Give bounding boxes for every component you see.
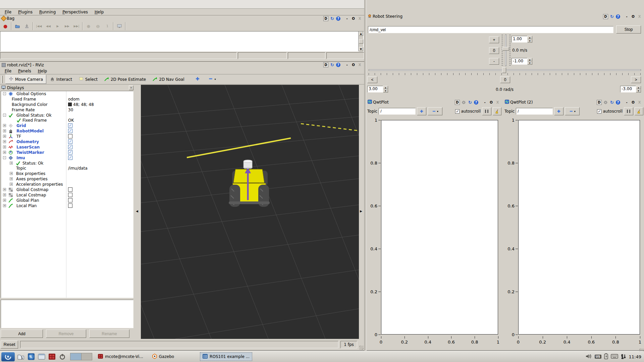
close-button[interactable]: X — [495, 100, 500, 105]
close-button[interactable]: X — [357, 16, 362, 21]
reload-icon[interactable]: ↻ — [468, 100, 473, 105]
tool-2d-pose-estimate[interactable]: 2D Pose Estimate — [101, 75, 149, 83]
tree-row-fixed-frame[interactable]: Fixed FrameOK — [1, 118, 133, 123]
skip-to-start-button[interactable]: |◀◀ — [35, 22, 43, 31]
tree-row-local-plan[interactable]: +Local Plan — [1, 203, 133, 208]
maximize-button[interactable]: O — [631, 100, 636, 105]
workspace-pager[interactable] — [70, 353, 92, 360]
autoscroll-checkbox[interactable]: ✓ — [455, 109, 460, 114]
menu-file[interactable]: File — [2, 9, 14, 15]
dock-button[interactable]: D — [455, 100, 460, 105]
plot-canvas[interactable] — [518, 120, 640, 335]
scroll-up-icon[interactable]: ▲ — [359, 32, 363, 36]
collapse-right-icon[interactable]: ▶ — [360, 209, 362, 213]
reset-button[interactable]: Reset — [1, 341, 18, 349]
minimize-button[interactable]: - — [344, 62, 350, 67]
tool-2d-nav-goal[interactable]: 2D Nav Goal — [150, 75, 187, 83]
minimize-button[interactable]: - — [624, 14, 629, 19]
file-manager-icon[interactable] — [16, 352, 25, 361]
help-icon[interactable]: ? — [474, 100, 478, 105]
tree-row-grid[interactable]: +Grid✓ — [1, 123, 133, 128]
expander-icon[interactable]: + — [10, 183, 13, 186]
expander-icon[interactable]: + — [3, 188, 6, 191]
visibility-checkbox[interactable] — [68, 187, 72, 192]
task-button-1[interactable]: mcote@mcote-Vi... — [96, 352, 146, 361]
clear-button[interactable] — [635, 107, 643, 115]
rviz-resize-grip[interactable] — [359, 346, 364, 350]
keyboard-layout-badge[interactable]: US — [595, 355, 601, 359]
topic-input[interactable] — [516, 108, 553, 115]
expander-icon[interactable]: + — [3, 151, 6, 154]
main-vertical-splitter[interactable] — [364, 0, 367, 351]
menu-perspectives[interactable]: Perspectives — [60, 9, 91, 15]
expander-icon[interactable]: + — [10, 162, 13, 165]
open-bag-button[interactable] — [13, 22, 22, 31]
menu-help[interactable]: Help — [92, 9, 106, 15]
steering-topic-input[interactable] — [368, 26, 613, 33]
angular-slider-handle[interactable] — [502, 67, 506, 73]
dock-button[interactable]: D — [597, 100, 602, 105]
expander-icon[interactable]: + — [3, 129, 6, 132]
add-topic-button[interactable] — [554, 107, 564, 115]
maximize-button[interactable]: O — [489, 100, 494, 105]
power-icon[interactable] — [58, 352, 67, 361]
remove-button[interactable]: Remove — [46, 329, 86, 338]
dock-button[interactable]: D — [323, 16, 328, 21]
toolbar-grip[interactable] — [1, 76, 3, 83]
volume-icon[interactable] — [585, 354, 592, 360]
expander-icon[interactable]: + — [10, 172, 13, 175]
zoom-out-button[interactable]: ⊖ — [94, 22, 102, 31]
bag-timeline-scrollbar[interactable]: ▲ ▼ — [358, 32, 363, 51]
topic-input[interactable] — [379, 108, 416, 115]
scroll-thumb[interactable] — [359, 39, 363, 44]
skip-to-end-button[interactable]: ▶▶| — [72, 22, 81, 31]
visibility-checkbox[interactable] — [68, 134, 72, 138]
angular-left-button[interactable]: < — [367, 76, 377, 83]
linear-zero-button[interactable]: 0 — [489, 47, 499, 54]
expander-icon[interactable]: + — [10, 177, 13, 180]
angular-zero-button[interactable]: 0 — [500, 76, 510, 83]
visibility-checkbox[interactable]: ✓ — [68, 150, 72, 155]
tree-row-global-options[interactable]: -Global Options — [1, 91, 133, 97]
reload-icon[interactable]: ↻ — [330, 62, 335, 67]
rviz-menu-file[interactable]: File — [2, 68, 14, 74]
collapse-left-icon[interactable]: ◀ — [136, 209, 138, 213]
window-resize-grip[interactable] — [639, 349, 644, 351]
visibility-checkbox[interactable]: ✓ — [68, 129, 72, 133]
close-button[interactable]: X — [637, 100, 642, 105]
angular-max-spinbox[interactable]: 3.00▲▼ — [367, 86, 388, 93]
tree-row-topic[interactable]: Topic/imu/data — [1, 166, 133, 171]
add-topic-button[interactable] — [417, 107, 426, 115]
network-traffic-icon[interactable] — [621, 353, 626, 360]
tree-row-laserscan[interactable]: +LaserScan✓ — [1, 144, 133, 150]
remove-topic-dropdown[interactable]: ▾ — [428, 107, 442, 115]
workspace-2[interactable] — [82, 353, 92, 360]
visibility-checkbox[interactable] — [68, 203, 72, 208]
tree-row-status-ok[interactable]: +Status: Ok — [1, 161, 133, 166]
add-button[interactable]: Add — [1, 329, 43, 338]
tree-row-twistmarker[interactable]: +TwistMarker✓ — [1, 150, 133, 155]
rviz-menu-panels[interactable]: Panels — [15, 68, 34, 74]
expander-icon[interactable]: - — [3, 156, 6, 159]
help-icon[interactable]: ? — [616, 100, 620, 105]
clear-button[interactable] — [493, 107, 501, 115]
zoom-in-button[interactable]: ⊕ — [84, 22, 93, 31]
angular-min-spinbox[interactable]: -3.00▲▼ — [620, 86, 641, 93]
visibility-checkbox[interactable] — [68, 193, 72, 197]
visibility-checkbox[interactable]: ✓ — [68, 156, 72, 160]
pause-button[interactable] — [482, 107, 491, 115]
linear-minus-button[interactable]: - — [489, 58, 499, 65]
maximize-button[interactable]: O — [351, 16, 356, 21]
tool-plus-blue[interactable] — [192, 75, 203, 83]
rename-button[interactable]: Rename — [89, 329, 129, 338]
viewport-right-splitter[interactable]: ▶ — [359, 85, 364, 339]
tree-row-fixed-frame[interactable]: Fixed Frameodom — [1, 97, 133, 102]
plot-canvas[interactable] — [381, 120, 498, 335]
tree-row-global-costmap[interactable]: +Global Costmap — [1, 187, 133, 192]
remove-topic-dropdown[interactable]: ▾ — [565, 107, 580, 115]
linear-max-spinbox[interactable]: 1.00▲▼ — [512, 36, 532, 43]
minimize-button[interactable]: - — [624, 100, 629, 105]
pause-button[interactable] — [624, 107, 633, 115]
linear-min-spinbox[interactable]: -1.00▲▼ — [512, 58, 532, 65]
tool-move-camera[interactable]: Move Camera — [5, 75, 46, 84]
